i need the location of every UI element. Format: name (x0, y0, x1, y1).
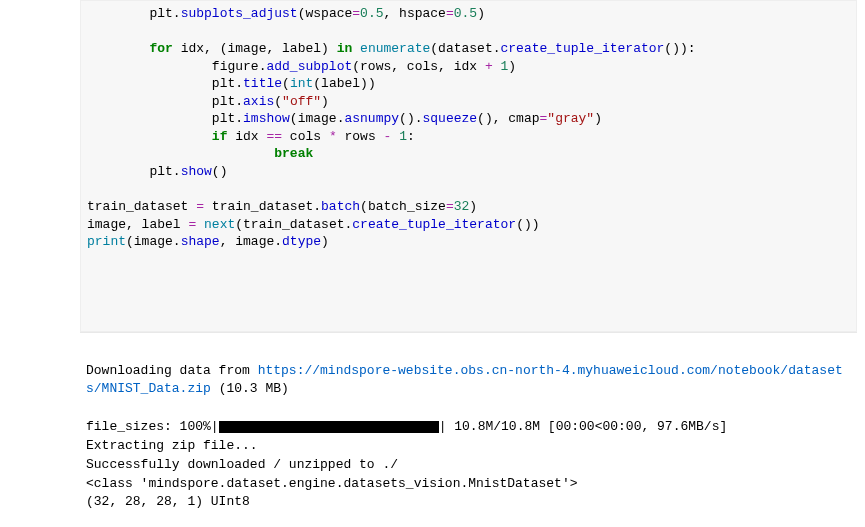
code-line: image, label = next(train_dataset.create… (87, 216, 850, 234)
code-line: train_dataset = train_dataset.batch(batc… (87, 198, 850, 216)
code-line: break (87, 145, 850, 163)
progress-label: file_sizes: 100%| (86, 419, 219, 434)
code-line: print(image.shape, image.dtype) (87, 233, 850, 251)
code-cell: plt.subplots_adjust(wspace=0.5, hspace=0… (8, 0, 857, 332)
progress-bar-fill (219, 421, 439, 433)
progress-suffix: | 10.8M/10.8M [00:00<00:00, 97.6MB/s] (439, 419, 728, 434)
code-line (87, 180, 850, 198)
output-download-size: (10.3 MB) (211, 381, 289, 396)
exec-indicator (8, 0, 12, 332)
output-extract: Extracting zip file... (86, 438, 258, 453)
output-download-prefix: Downloading data from (86, 363, 258, 378)
code-line: if idx == cols * rows - 1: (87, 128, 850, 146)
cell-prompt (16, 0, 80, 332)
code-line: for idx, (image, label) in enumerate(dat… (87, 40, 850, 58)
notebook-root: plt.subplots_adjust(wspace=0.5, hspace=0… (0, 0, 865, 527)
code-line: plt.imshow(image.asnumpy().squeeze(), cm… (87, 110, 850, 128)
cell-gutter (8, 0, 80, 332)
code-line (87, 23, 850, 41)
output-shape: (32, 28, 28, 1) UInt8 (86, 494, 250, 509)
code-editor[interactable]: plt.subplots_adjust(wspace=0.5, hspace=0… (80, 0, 857, 332)
output-class: <class 'mindspore.dataset.engine.dataset… (86, 476, 577, 491)
code-line: figure.add_subplot(rows, cols, idx + 1) (87, 58, 850, 76)
code-line: plt.show() (87, 163, 850, 181)
code-line: plt.axis("off") (87, 93, 850, 111)
code-line: plt.title(int(label)) (87, 75, 850, 93)
cell-output: Downloading data from https://mindspore-… (80, 332, 857, 527)
output-success: Successfully downloaded / unzipped to ./ (86, 457, 398, 472)
code-line: plt.subplots_adjust(wspace=0.5, hspace=0… (87, 5, 850, 23)
